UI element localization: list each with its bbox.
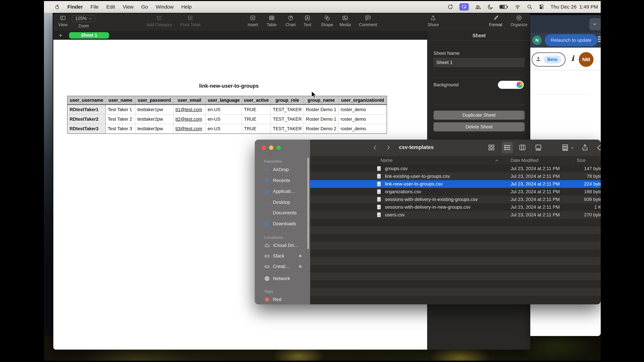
file-row[interactable]: users.csv Jul 23, 2024 at 2:11 PM 270 by…: [310, 211, 601, 219]
column-name[interactable]: Name: [380, 158, 392, 163]
sidebar-item-downloads[interactable]: Downloads: [264, 221, 296, 227]
data-table[interactable]: user_username user_name user_password us…: [67, 96, 387, 134]
sidebar-item-recents[interactable]: Recents: [264, 178, 290, 183]
delete-sheet-button[interactable]: Delete Sheet: [434, 122, 524, 131]
file-row[interactable]: organizations.csv Jul 23, 2024 at 2:11 P…: [310, 188, 601, 196]
table-row[interactable]: RDtestTaker1 Test Taker 1 testtaker1pw t…: [68, 105, 387, 114]
column-view-icon[interactable]: [518, 144, 526, 151]
table-row[interactable]: RDtestTaker2 Test Taker 2 testtaker2pw t…: [68, 114, 387, 124]
share-icon[interactable]: [581, 144, 589, 151]
relaunch-to-update-button[interactable]: Relaunch to update: [545, 34, 598, 46]
sidebar-item-creative[interactable]: Creati…: [264, 264, 290, 269]
col-user-organizationid[interactable]: user_organizationId: [338, 96, 387, 105]
eject-icon[interactable]: [298, 264, 303, 269]
apple-menu-icon[interactable]: [55, 4, 60, 10]
battery-charging-icon[interactable]: [499, 4, 508, 10]
col-group-name[interactable]: group_name: [304, 96, 338, 105]
menu-bar-clock[interactable]: Thu Dec 26 1:49 PM: [550, 4, 598, 10]
insert-button[interactable]: Insert: [248, 15, 258, 27]
col-user-name[interactable]: user_name: [106, 96, 135, 105]
divider: [434, 105, 524, 105]
col-user-active[interactable]: user_active: [242, 96, 271, 105]
table-title[interactable]: link-new-user-to-groups: [53, 83, 404, 89]
shape-button[interactable]: Shape: [321, 15, 333, 27]
menu-item-go[interactable]: Go: [141, 4, 148, 10]
col-group-role[interactable]: group_role: [271, 96, 304, 105]
table-row[interactable]: RDtestTaker3 Test Taker 3 testtaker3pw t…: [68, 124, 387, 134]
sidebar-item-network[interactable]: Network: [264, 276, 290, 281]
column-date-modified[interactable]: Date Modified: [510, 158, 538, 163]
media-button[interactable]: Media: [340, 15, 351, 27]
tag-icon[interactable]: [596, 144, 601, 151]
text-button[interactable]: Text: [304, 15, 311, 27]
screen-share-icon[interactable]: [459, 3, 469, 10]
back-button[interactable]: [372, 143, 378, 152]
menu-item-file[interactable]: File: [90, 4, 98, 10]
control-center-icon[interactable]: [538, 4, 544, 10]
sidebar-item-documents[interactable]: Documents: [264, 210, 297, 216]
col-user-language[interactable]: user_language: [206, 96, 242, 105]
gallery-view-icon[interactable]: [534, 144, 542, 151]
sheet-name-input[interactable]: Sheet 1: [434, 58, 524, 67]
col-user-password[interactable]: user_password: [135, 96, 174, 105]
table-button[interactable]: Table: [267, 15, 277, 27]
menu-item-view[interactable]: View: [123, 4, 134, 10]
col-user-username[interactable]: user_username: [68, 96, 106, 105]
share-button[interactable]: Share: [428, 15, 439, 27]
sidebar-item-applications[interactable]: Applicati…: [264, 189, 295, 194]
mountains-icon[interactable]: [475, 4, 482, 10]
add-sheet-button[interactable]: +: [59, 32, 62, 38]
maximize-button[interactable]: [276, 145, 281, 150]
menu-item-help[interactable]: Help: [181, 4, 192, 10]
format-button[interactable]: Format: [489, 15, 502, 27]
forward-button[interactable]: [385, 143, 392, 152]
file-row[interactable]: sessions-with-delivery-in-new-groups.csv…: [310, 203, 601, 211]
zoom-value[interactable]: 125%: [72, 15, 95, 22]
file-row[interactable]: sessions-with-delivery-in-existing-group…: [310, 196, 601, 203]
tab-sheet-1[interactable]: Sheet 1: [69, 32, 109, 38]
chart-button[interactable]: Chart: [286, 15, 296, 27]
beta-pill[interactable]: Beta: [532, 52, 566, 66]
browser-tab-stub[interactable]: [589, 18, 601, 30]
moon-icon[interactable]: [488, 4, 493, 10]
sidebar-item-airdrop[interactable]: AirDrop: [264, 167, 289, 172]
view-button[interactable]: View: [58, 15, 68, 27]
menu-app-name[interactable]: Finder: [68, 4, 83, 10]
column-separator[interactable]: [506, 157, 507, 164]
background-toggle[interactable]: [498, 81, 524, 89]
sidebar-item-tag-red[interactable]: Red: [264, 297, 282, 302]
color-wheel-icon[interactable]: [516, 82, 523, 88]
eject-icon[interactable]: [298, 253, 303, 259]
clock-icon: [264, 178, 270, 183]
file-row[interactable]: link-existing-user-to-groups.csv Jul 23,…: [310, 172, 601, 180]
close-button[interactable]: [262, 145, 266, 150]
organize-button[interactable]: Organize: [510, 15, 528, 27]
file-row-selected[interactable]: link-new-user-to-groups.csv Jul 23, 2024…: [310, 180, 601, 188]
group-by-icon[interactable]: [561, 144, 569, 151]
avatar-n[interactable]: N: [532, 35, 542, 45]
column-size[interactable]: Size: [577, 158, 586, 163]
col-user-email[interactable]: user_email: [174, 96, 206, 105]
sidebar-scrollbar[interactable]: [308, 158, 309, 249]
column-separator[interactable]: [572, 157, 573, 164]
empty-row: [310, 280, 601, 288]
minimize-button[interactable]: [269, 145, 273, 150]
avatar-nm[interactable]: NM: [579, 52, 594, 67]
file-row[interactable]: groups.csv Jul 23, 2024 at 2:11 PM 147 b…: [310, 165, 601, 172]
zoom-control[interactable]: 125% Zoom: [72, 15, 95, 28]
comment-button[interactable]: Comment: [359, 15, 377, 27]
sidebar-item-icloud[interactable]: iCloud Dri…: [264, 243, 298, 248]
menu-item-window[interactable]: Window: [156, 4, 174, 10]
sort-ascending-icon[interactable]: [494, 158, 499, 164]
icon-view-icon[interactable]: [488, 144, 495, 151]
sidebar-item-desktop[interactable]: Desktop: [264, 199, 290, 205]
duplicate-sheet-button[interactable]: Duplicate Sheet: [434, 111, 524, 120]
info-icon[interactable]: i: [571, 54, 574, 63]
sync-icon[interactable]: [447, 4, 453, 10]
list-view-icon[interactable]: [504, 144, 511, 151]
wifi-icon[interactable]: [514, 4, 521, 10]
menu-list-icon[interactable]: [598, 36, 601, 42]
search-icon[interactable]: [527, 4, 532, 10]
menu-item-edit[interactable]: Edit: [106, 4, 115, 10]
sidebar-item-slack[interactable]: Slack: [264, 253, 284, 259]
